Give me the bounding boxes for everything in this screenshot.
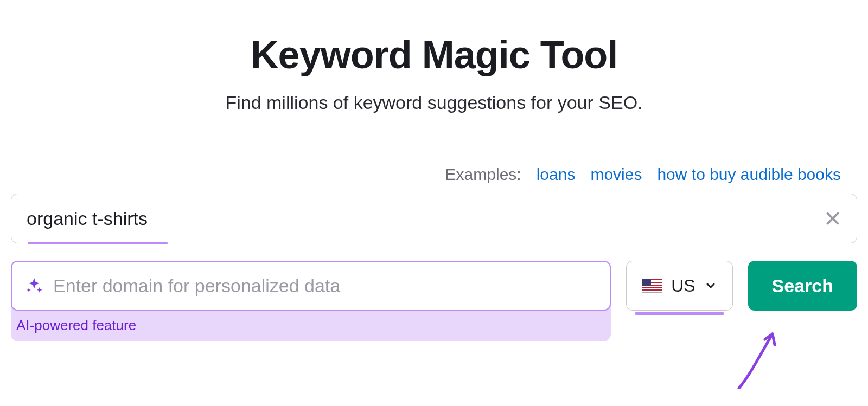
domain-input[interactable]: [53, 275, 597, 297]
domain-input-container[interactable]: [11, 261, 611, 311]
country-select[interactable]: US: [626, 261, 732, 311]
domain-block: AI-powered feature: [11, 261, 611, 341]
examples-row: Examples: loans movies how to buy audibl…: [11, 165, 857, 184]
keyword-input[interactable]: [27, 208, 824, 229]
sparkle-icon: [25, 276, 43, 295]
example-link-movies[interactable]: movies: [590, 165, 642, 184]
search-button[interactable]: Search: [748, 261, 857, 311]
chevron-down-icon: [704, 279, 717, 292]
country-code-label: US: [671, 276, 695, 296]
page-subtitle: Find millions of keyword suggestions for…: [11, 92, 857, 113]
example-link-loans[interactable]: loans: [537, 165, 576, 184]
annotation-underline: [635, 312, 724, 315]
page-title: Keyword Magic Tool: [11, 33, 857, 77]
examples-label: Examples:: [445, 165, 521, 184]
annotation-underline: [28, 242, 168, 244]
ai-feature-label: AI-powered feature: [11, 311, 611, 334]
keyword-input-container[interactable]: [11, 194, 857, 243]
example-link-audible[interactable]: how to buy audible books: [657, 165, 841, 184]
close-icon[interactable]: [824, 210, 841, 227]
us-flag-icon: [642, 279, 662, 293]
